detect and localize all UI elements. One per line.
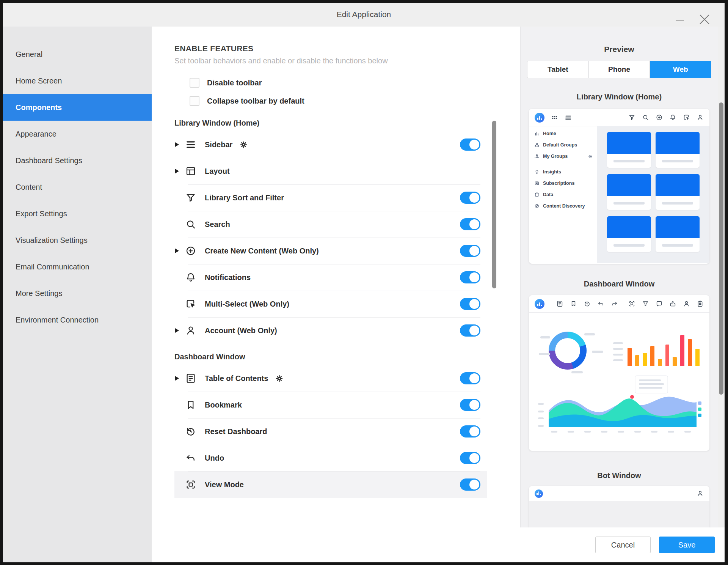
enable-features-panel: ENABLE FEATURES Set toolbar behaviors an… — [152, 27, 520, 527]
sidebar-item-general[interactable]: General — [3, 41, 152, 68]
close-icon[interactable] — [700, 13, 709, 23]
list-icon — [565, 114, 572, 121]
content-scrollbar-thumb[interactable] — [492, 121, 496, 288]
add-icon — [185, 245, 196, 257]
collapse-toolbar-by-default-checkbox[interactable] — [190, 96, 199, 106]
bar-axis-placeholders — [613, 342, 623, 361]
expand-arrow-icon — [175, 275, 185, 280]
preview-title: Preview — [521, 45, 718, 54]
feature-label: Layout — [205, 167, 230, 176]
multiselect-icon — [683, 114, 690, 121]
feature-label: Multi-Select (Web Only) — [205, 300, 289, 308]
search-toggle[interactable] — [460, 218, 480, 230]
sidebar-item-email-communication[interactable]: Email Communication — [3, 253, 152, 280]
feature-row-undo: Undo — [174, 445, 487, 471]
library-sort-and-filter-toggle[interactable] — [460, 192, 480, 204]
sidebar-item-appearance[interactable]: Appearance — [3, 121, 152, 147]
expand-arrow-icon[interactable] — [175, 169, 185, 173]
expand-arrow-icon[interactable] — [175, 249, 185, 253]
groups-icon — [534, 154, 540, 159]
toggle-knob — [469, 400, 479, 410]
grid-icon — [551, 114, 558, 121]
expand-arrow-icon[interactable] — [175, 328, 185, 333]
notifications-toggle[interactable] — [460, 271, 480, 283]
divider — [529, 164, 593, 164]
gear-icon[interactable] — [275, 374, 284, 383]
content-card-thumbnail — [607, 174, 651, 210]
toolbar-checkbox-group: Disable toolbarCollapse toolbar by defau… — [174, 74, 520, 110]
feature-label: Create New Content (Web Only) — [205, 247, 319, 255]
create-new-content-web-only-toggle[interactable] — [460, 245, 480, 257]
preview-nav-home: Home — [529, 128, 597, 139]
content-card-thumbnail — [656, 216, 700, 252]
chart-label-placeholder — [539, 353, 550, 355]
checkbox-label: Collapse toolbar by default — [207, 97, 304, 105]
reset-dashboard-toggle[interactable] — [460, 425, 480, 438]
undo-icon — [185, 452, 196, 464]
sidebar-item-more-settings[interactable]: More Settings — [3, 280, 152, 307]
data-icon — [534, 192, 540, 197]
toggle-knob — [469, 427, 479, 436]
content-card-thumbnail — [607, 216, 651, 252]
subscriptions-icon — [534, 181, 540, 186]
sidebar-item-content[interactable]: Content — [3, 174, 152, 200]
account-icon — [697, 490, 704, 497]
bot-preview-body — [529, 501, 709, 527]
toggle-knob — [469, 246, 479, 256]
viewmode-icon — [628, 300, 635, 307]
tab-tablet[interactable]: Tablet — [527, 61, 589, 78]
cancel-button[interactable]: Cancel — [595, 537, 651, 553]
checkbox-row: Collapse toolbar by default — [174, 92, 520, 110]
gear-icon[interactable] — [239, 140, 248, 149]
sidebar-item-components[interactable]: Components — [3, 94, 152, 121]
account-icon — [697, 114, 704, 121]
bar-8 — [680, 335, 684, 366]
save-button[interactable]: Save — [659, 537, 715, 553]
disable-toolbar-checkbox[interactable] — [190, 78, 199, 88]
discovery-icon — [534, 203, 540, 209]
multi-select-web-only-toggle[interactable] — [460, 298, 480, 310]
sidebar-item-dashboard-settings[interactable]: Dashboard Settings — [3, 147, 152, 174]
text-placeholder — [662, 160, 693, 162]
toggle-knob — [469, 373, 479, 383]
undo-toggle[interactable] — [460, 452, 480, 464]
feature-rows: Library Window (Home)SidebarLayoutLibrar… — [174, 112, 487, 498]
bookmark-toggle[interactable] — [460, 399, 480, 411]
sidebar-item-environment-connection[interactable]: Environment Connection — [3, 307, 152, 333]
dashboard-preview-title: Dashboard Window — [521, 280, 718, 288]
minimize-icon[interactable] — [676, 20, 684, 20]
table-of-contents-toggle[interactable] — [460, 372, 480, 384]
chart-tooltip — [635, 376, 668, 393]
card-caption — [607, 154, 651, 168]
account-web-only-toggle[interactable] — [460, 324, 480, 337]
app-logo-icon — [535, 299, 544, 309]
app-logo-icon — [535, 489, 543, 498]
expand-arrow-icon — [175, 222, 185, 227]
sidebar-item-home-screen[interactable]: Home Screen — [3, 68, 152, 94]
expand-arrow-icon[interactable] — [175, 142, 185, 147]
window-scrollbar-thumb[interactable] — [719, 102, 723, 395]
multiselect-icon — [185, 298, 196, 310]
enable-features-heading: ENABLE FEATURES — [174, 44, 520, 53]
feature-row-account-web-only: Account (Web Only) — [174, 317, 487, 344]
sidebar-item-visualization-settings[interactable]: Visualization Settings — [3, 227, 152, 253]
view-mode-toggle[interactable] — [460, 478, 480, 491]
filter-icon — [642, 300, 649, 307]
preview-nav-default-groups: Default Groups — [529, 139, 597, 151]
toggle-knob — [469, 193, 479, 203]
library-preview-title: Library Window (Home) — [521, 93, 718, 101]
enable-features-subheading: Set toolbar behaviors and enable or disa… — [174, 57, 520, 65]
expand-arrow-icon[interactable] — [175, 376, 185, 381]
tab-phone[interactable]: Phone — [589, 61, 650, 78]
feature-label: View Mode — [205, 480, 244, 489]
sidebar-item-export-settings[interactable]: Export Settings — [3, 200, 152, 227]
home-chart-icon — [534, 131, 540, 136]
dialog-footer: Cancel Save — [152, 527, 725, 562]
feature-row-library-sort-and-filter: Library Sort and Filter — [174, 184, 487, 211]
tab-web[interactable]: Web — [650, 61, 711, 78]
feature-row-reset-dashboard: Reset Dashboard — [174, 418, 487, 445]
app-logo-icon — [535, 113, 544, 123]
card-image-placeholder — [656, 216, 700, 238]
preview-nav-label: Insights — [543, 169, 561, 175]
sidebar-toggle[interactable] — [460, 138, 480, 151]
